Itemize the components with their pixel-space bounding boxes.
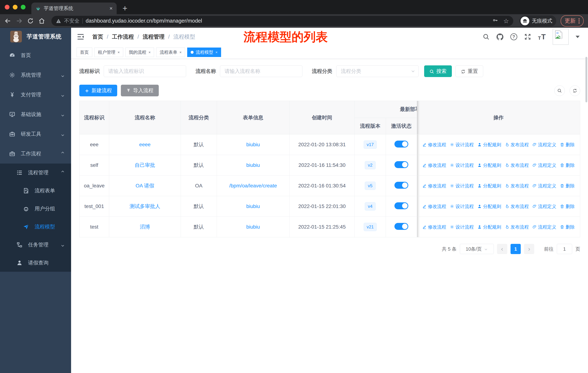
active-toggle[interactable]: [394, 161, 408, 168]
row-action-publish[interactable]: 发布流程: [505, 142, 529, 148]
sidebar-item-11[interactable]: 请假查询: [0, 254, 71, 272]
reset-button[interactable]: 重置: [455, 65, 483, 77]
row-action-delete[interactable]: 删除: [560, 162, 575, 168]
row-action-definition[interactable]: 流程定义: [532, 183, 556, 189]
sidebar-item-8[interactable]: 用户分组: [0, 200, 71, 218]
tab-1[interactable]: 租户管理×: [94, 48, 123, 57]
avatar-caret-icon[interactable]: [576, 36, 580, 38]
form-info-link[interactable]: /bpm/oa/leave/create: [229, 183, 277, 189]
url-text[interactable]: dashboard.yudao.iocoder.cn/bpm/manager/m…: [86, 18, 490, 24]
tab-4[interactable]: 流程模型×: [187, 48, 221, 57]
close-window-button[interactable]: [5, 5, 10, 10]
form-info-link[interactable]: biubiu: [246, 142, 260, 147]
prev-page-button[interactable]: [497, 244, 507, 254]
minimize-window-button[interactable]: [13, 5, 18, 10]
row-action-assign[interactable]: 分配规则: [477, 224, 501, 230]
browser-update-button[interactable]: 更新: [561, 15, 584, 27]
model-name-link[interactable]: 滔博: [140, 224, 150, 230]
new-tab-button[interactable]: +: [123, 3, 127, 13]
sidebar-item-0[interactable]: 首页: [0, 46, 71, 65]
process-key-input[interactable]: [104, 65, 186, 77]
row-action-delete[interactable]: 删除: [560, 224, 575, 230]
row-action-edit[interactable]: 修改流程: [422, 224, 446, 230]
tab-close-icon[interactable]: ×: [215, 50, 218, 54]
row-action-publish[interactable]: 发布流程: [505, 224, 529, 230]
reload-icon[interactable]: [27, 18, 34, 24]
row-action-publish[interactable]: 发布流程: [505, 162, 529, 168]
create-process-button[interactable]: 新建流程: [79, 85, 117, 96]
row-action-edit[interactable]: 修改流程: [422, 162, 446, 168]
process-category-select[interactable]: [336, 65, 419, 77]
forward-icon[interactable]: [16, 18, 23, 24]
active-toggle[interactable]: [394, 223, 408, 230]
tab-close-icon[interactable]: ×: [179, 50, 181, 54]
row-action-definition[interactable]: 流程定义: [532, 142, 556, 148]
row-action-assign[interactable]: 分配规则: [477, 142, 501, 148]
row-action-definition[interactable]: 流程定义: [532, 203, 556, 210]
sidebar-item-4[interactable]: 研发工具: [0, 124, 71, 144]
home-icon[interactable]: [38, 18, 45, 24]
sidebar-item-1[interactable]: 系统管理: [0, 65, 71, 85]
fullscreen-icon[interactable]: [524, 33, 531, 40]
import-process-button[interactable]: 导入流程: [121, 85, 159, 96]
model-name-link[interactable]: 自己审批: [135, 162, 155, 168]
search-icon[interactable]: [483, 33, 490, 40]
scrollbar-thumb[interactable]: [586, 57, 587, 102]
zoom-window-button[interactable]: [21, 5, 26, 10]
tab-3[interactable]: 流程表单×: [156, 48, 185, 57]
form-info-link[interactable]: biubiu: [246, 162, 260, 168]
address-bar[interactable]: 不安全 dashboard.yudao.iocoder.cn/bpm/manag…: [51, 16, 513, 26]
row-action-publish[interactable]: 发布流程: [505, 183, 529, 189]
model-name-link[interactable]: 测试多审批人: [130, 203, 160, 209]
tab-close-icon[interactable]: ×: [109, 6, 113, 11]
breadcrumb-item[interactable]: 首页: [92, 33, 103, 40]
tab-2[interactable]: 我的流程×: [126, 48, 154, 57]
row-action-edit[interactable]: 修改流程: [422, 142, 446, 148]
row-action-assign[interactable]: 分配规则: [477, 183, 501, 189]
sidebar-fold-icon[interactable]: [77, 33, 84, 41]
category-select-input[interactable]: [336, 65, 419, 77]
tab-0[interactable]: 首页: [77, 48, 92, 57]
model-name-link[interactable]: OA 请假: [136, 183, 154, 189]
sidebar-logo[interactable]: 芋道管理系统: [0, 28, 71, 46]
row-action-design[interactable]: 设计流程: [450, 183, 474, 189]
sidebar-item-9[interactable]: 流程模型: [0, 218, 71, 236]
active-toggle[interactable]: [394, 141, 408, 148]
sidebar-item-3[interactable]: 基础设施: [0, 105, 71, 124]
back-icon[interactable]: [4, 18, 11, 24]
form-info-link[interactable]: biubiu: [246, 203, 260, 209]
active-toggle[interactable]: [394, 182, 408, 189]
sidebar-item-10[interactable]: 任务管理: [0, 236, 71, 254]
breadcrumb-item[interactable]: 工作流程: [112, 33, 134, 40]
model-name-link[interactable]: eeee: [139, 142, 151, 147]
row-action-design[interactable]: 设计流程: [450, 224, 474, 230]
row-action-design[interactable]: 设计流程: [450, 162, 474, 168]
search-button[interactable]: 搜索: [424, 65, 452, 77]
row-action-delete[interactable]: 删除: [560, 203, 575, 210]
row-action-definition[interactable]: 流程定义: [532, 162, 556, 168]
row-action-assign[interactable]: 分配规则: [477, 203, 501, 210]
table-refresh-button[interactable]: [570, 85, 580, 96]
tab-close-icon[interactable]: ×: [148, 50, 151, 54]
sidebar-item-7[interactable]: 流程表单: [0, 181, 71, 200]
page-size-select[interactable]: 10条/页: [460, 244, 494, 254]
active-toggle[interactable]: [394, 202, 408, 209]
row-action-design[interactable]: 设计流程: [450, 142, 474, 148]
row-action-publish[interactable]: 发布流程: [505, 203, 529, 210]
font-size-icon[interactable]: TT: [538, 33, 546, 40]
sidebar-item-5[interactable]: 工作流程: [0, 144, 71, 163]
row-action-design[interactable]: 设计流程: [450, 203, 474, 210]
help-icon[interactable]: ?: [510, 33, 517, 40]
form-info-link[interactable]: biubiu: [246, 224, 260, 230]
row-action-edit[interactable]: 修改流程: [422, 203, 446, 210]
next-page-button[interactable]: [524, 244, 534, 254]
table-search-toggle-button[interactable]: [554, 85, 565, 96]
user-avatar[interactable]: [553, 29, 569, 45]
row-action-edit[interactable]: 修改流程: [422, 183, 446, 189]
row-action-delete[interactable]: 删除: [560, 183, 575, 189]
sidebar-item-2[interactable]: 支付管理: [0, 85, 71, 105]
sidebar-item-6[interactable]: 流程管理: [0, 163, 71, 181]
tab-close-icon[interactable]: ×: [117, 50, 120, 54]
row-action-assign[interactable]: 分配规则: [477, 162, 501, 168]
row-action-definition[interactable]: 流程定义: [532, 224, 556, 230]
